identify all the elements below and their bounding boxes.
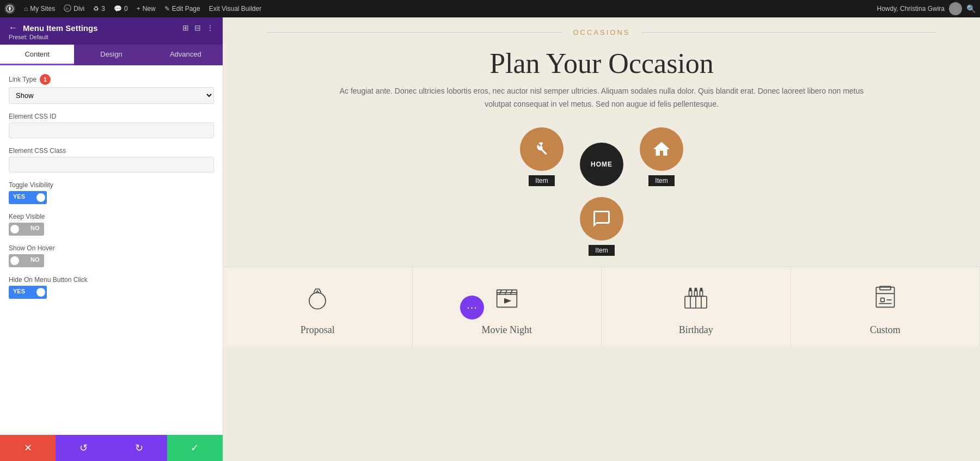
icon-label-house: Item (648, 175, 674, 186)
comment-icon: 💬 (114, 5, 122, 13)
clapboard-icon (493, 284, 520, 316)
wp-logo-icon[interactable] (4, 3, 15, 14)
wp-divi[interactable]: Di Divi (64, 4, 84, 14)
css-class-label: Element CSS Class (9, 147, 214, 155)
left-panel: ← Menu Item Settings ⊞ ⊟ ⋮ Preset: Defau… (0, 17, 223, 461)
settings-icon[interactable]: ⊞ (182, 23, 189, 32)
svg-point-3 (309, 292, 326, 309)
wp-admin-bar: ⌂ My Sites Di Divi ♻ 3 💬 0 + New ✎ Edit … (0, 0, 980, 17)
card-movie-night[interactable]: Movie Night (413, 267, 602, 347)
layout-icon[interactable]: ⊟ (194, 23, 201, 32)
svg-marker-10 (504, 298, 511, 303)
svg-rect-17 (700, 291, 703, 296)
toggle-track (29, 191, 47, 204)
toggle-visibility-row: Toggle Visibility YES (9, 181, 214, 204)
icon-circle-chat[interactable] (580, 197, 623, 241)
page-description: Ac feugiat ante. Donec ultricies loborti… (223, 85, 980, 122)
back-button[interactable]: ← (9, 23, 17, 33)
undo-button[interactable]: ↺ (56, 435, 111, 461)
icon-circles-top: Item HOME Item (223, 122, 980, 197)
keep-visible-switch[interactable]: NO (9, 223, 44, 236)
svg-rect-16 (695, 291, 697, 296)
css-class-input[interactable] (9, 157, 214, 173)
panel-body: Link Type 1 Show Element CSS ID Element … (0, 65, 223, 435)
css-id-row: Element CSS ID (9, 113, 214, 138)
keep-visible-row: Keep Visible NO (9, 213, 214, 236)
tab-content[interactable]: Content (0, 45, 74, 65)
toggle-visibility-label: Toggle Visibility (9, 181, 214, 189)
hide-on-menu-yes-label: YES (9, 286, 29, 299)
page-title-section: Plan Your Occasion (223, 36, 980, 85)
hide-on-menu-switch[interactable]: YES (9, 286, 47, 299)
link-type-row: Link Type 1 Show (9, 74, 214, 104)
card-label-custom: Custom (870, 324, 901, 336)
panel-header: ← Menu Item Settings ⊞ ⊟ ⋮ (0, 17, 223, 33)
icon-circle-house[interactable] (640, 127, 683, 171)
page-content: OCCASIONS Plan Your Occasion Ac feugiat … (223, 17, 980, 347)
hide-on-menu-row: Hide On Menu Button Click YES (9, 276, 214, 299)
wp-comments[interactable]: 💬 0 (114, 5, 128, 13)
svg-rect-15 (689, 291, 692, 296)
keep-visible-no-label: NO (26, 223, 44, 236)
wp-user-info: Howdy, Christina Gwira (877, 5, 945, 13)
hide-on-menu-label: Hide On Menu Button Click (9, 276, 214, 284)
panel-tabs: Content Design Advanced (0, 45, 223, 65)
panel-preset: Preset: Default (0, 33, 223, 45)
keep-visible-label: Keep Visible (9, 213, 214, 220)
panel-header-icons: ⊞ ⊟ ⋮ (182, 23, 214, 32)
icon-row-middle: Item (223, 197, 980, 261)
card-label-proposal: Proposal (301, 324, 335, 336)
link-type-label: Link Type 1 (9, 74, 214, 85)
custom-icon (872, 284, 899, 316)
plus-icon: + (137, 5, 140, 13)
page-title: Plan Your Occasion (267, 47, 936, 79)
tab-advanced[interactable]: Advanced (149, 45, 223, 65)
occasions-line-left (267, 32, 562, 33)
svg-point-18 (689, 287, 692, 291)
birthday-icon (682, 284, 709, 316)
link-type-select[interactable]: Show (9, 87, 214, 104)
ring-icon (304, 284, 331, 316)
card-proposal[interactable]: Proposal (223, 267, 413, 347)
icon-group-wrench: Item (520, 127, 564, 186)
card-custom[interactable]: Custom (791, 267, 981, 347)
home-text: HOME (591, 161, 612, 168)
wp-refresh[interactable]: ♻ 3 (93, 5, 105, 13)
icon-group-home-text: HOME (580, 143, 623, 186)
toggle-thumb (36, 193, 45, 202)
pencil-icon: ✎ (164, 5, 170, 13)
show-on-hover-no-label: NO (26, 254, 44, 267)
icon-circle-home[interactable]: HOME (580, 143, 623, 186)
search-icon[interactable]: 🔍 (966, 4, 976, 13)
tab-design[interactable]: Design (74, 45, 148, 65)
wp-my-sites[interactable]: ⌂ My Sites (24, 5, 55, 13)
keep-visible-track (9, 223, 26, 236)
card-birthday[interactable]: Birthday (602, 267, 791, 347)
floating-more-button[interactable]: ··· (460, 296, 484, 319)
card-label-birthday: Birthday (679, 324, 713, 336)
svg-point-20 (700, 287, 703, 291)
save-button[interactable]: ✓ (167, 435, 223, 461)
more-icon[interactable]: ⋮ (206, 23, 214, 32)
redo-button[interactable]: ↻ (112, 435, 167, 461)
keep-visible-thumb (10, 225, 19, 233)
show-on-hover-label: Show On Hover (9, 244, 214, 252)
panel-title: Menu Item Settings (23, 23, 98, 33)
show-on-hover-track (9, 254, 26, 267)
wp-edit-page[interactable]: ✎ Edit Page (164, 5, 200, 13)
hide-on-menu-track (29, 286, 47, 299)
show-on-hover-row: Show On Hover NO (9, 244, 214, 267)
toggle-visibility-switch[interactable]: YES (9, 191, 47, 204)
icon-circle-wrench[interactable] (520, 127, 564, 171)
show-on-hover-switch[interactable]: NO (9, 254, 44, 267)
cancel-button[interactable]: ✕ (0, 435, 56, 461)
preset-link[interactable]: Preset: Default (9, 34, 48, 40)
home-icon: ⌂ (24, 5, 28, 13)
bottom-cards: Proposal Movie Night (223, 267, 980, 347)
wp-bar-right: Howdy, Christina Gwira 🔍 (877, 2, 976, 15)
wp-new[interactable]: + New (137, 5, 156, 13)
css-id-input[interactable] (9, 122, 214, 138)
occasions-line-right (641, 32, 937, 33)
toggle-yes-label: YES (9, 191, 29, 204)
wp-exit-builder[interactable]: Exit Visual Builder (209, 5, 262, 13)
